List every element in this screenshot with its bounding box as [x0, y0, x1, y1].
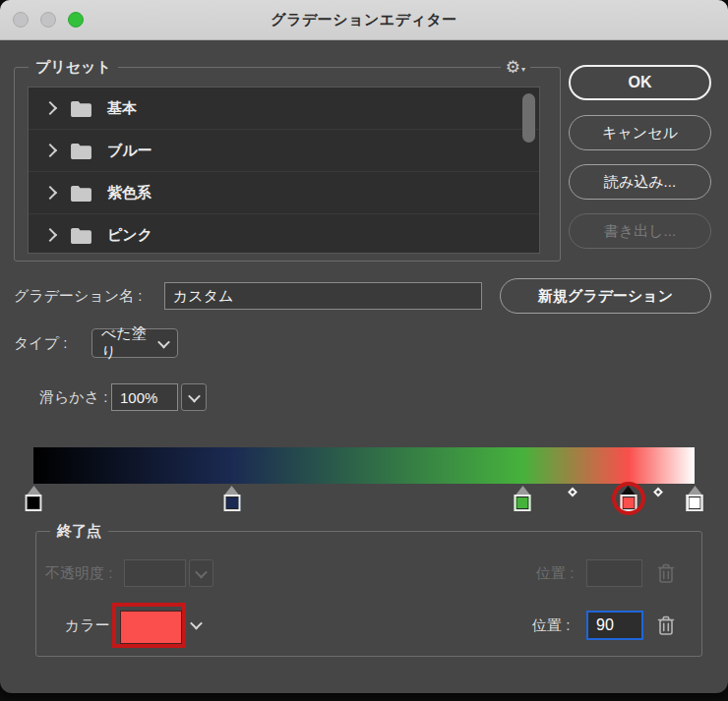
- chevron-right-icon[interactable]: [43, 186, 57, 200]
- position-input[interactable]: [586, 611, 643, 640]
- chevron-right-icon[interactable]: [43, 228, 57, 242]
- titlebar[interactable]: グラデーションエディター: [0, 0, 728, 40]
- stop-color-swatch: [620, 495, 637, 511]
- folder-icon: [70, 184, 92, 203]
- stop-color-swatch: [687, 495, 703, 511]
- endpoint-color-swatch[interactable]: [120, 611, 182, 644]
- chevron-down-icon[interactable]: [190, 617, 203, 630]
- preset-folder-label: ブルー: [107, 142, 152, 160]
- chevron-down-icon: [188, 389, 201, 402]
- chevron-down-icon: [157, 335, 170, 348]
- chevron-down-icon: ▾: [521, 63, 525, 77]
- smoothness-dropdown-button[interactable]: [181, 383, 207, 411]
- opacity-dropdown-button: [189, 559, 213, 587]
- folder-icon: [70, 99, 92, 118]
- delete-color-stop-icon[interactable]: [654, 613, 678, 638]
- load-button[interactable]: 読み込み...: [569, 164, 711, 200]
- type-value: べた塗り: [101, 324, 151, 362]
- presets-menu-button[interactable]: ⚙▾: [501, 58, 530, 77]
- smoothness-input[interactable]: [111, 383, 178, 411]
- opacity-input: [124, 559, 186, 587]
- scrollbar-thumb[interactable]: [522, 93, 535, 143]
- preset-list: 基本 ブルー 紫色系 ピンク: [28, 87, 540, 254]
- opacity-label: 不透明度 :: [45, 559, 112, 587]
- endpoint-group: 終了点 不透明度 : 位置 : カラー 位置 :: [35, 531, 702, 657]
- stop-arrow-icon: [516, 486, 529, 495]
- preset-folder-label: 紫色系: [107, 184, 152, 203]
- preset-folder-label: 基本: [107, 99, 137, 118]
- gradient-stop[interactable]: [223, 486, 240, 511]
- gradient-stop[interactable]: [26, 486, 42, 511]
- annotation-highlight-rect: [112, 603, 186, 648]
- stop-arrow-icon: [27, 486, 40, 495]
- zoom-button[interactable]: [68, 12, 84, 28]
- presets-legend: プリセット: [29, 57, 118, 77]
- type-dropdown[interactable]: べた塗り: [91, 328, 178, 358]
- chevron-right-icon[interactable]: [43, 144, 57, 157]
- stop-arrow-icon: [225, 486, 239, 495]
- chevron-down-icon: [195, 565, 208, 578]
- delete-opacity-stop-icon: [654, 560, 678, 586]
- folder-icon: [70, 142, 92, 160]
- ok-button[interactable]: OK: [569, 65, 711, 100]
- stop-arrow-icon: [622, 486, 636, 495]
- gradient-stops-layer: [33, 484, 695, 517]
- preset-folder-basic[interactable]: 基本: [29, 88, 539, 130]
- presets-group: プリセット ⚙▾ 基本 ブルー: [14, 67, 561, 262]
- stop-color-swatch: [223, 495, 240, 511]
- gradient-bar[interactable]: [33, 447, 695, 484]
- smoothness-label: 滑らかさ :: [39, 383, 107, 411]
- gradient-stop[interactable]: [687, 486, 703, 511]
- minimize-button[interactable]: [40, 12, 56, 28]
- preset-folder-purples[interactable]: 紫色系: [29, 172, 539, 214]
- color-label: カラー: [65, 611, 110, 640]
- preset-folder-pinks[interactable]: ピンク: [29, 214, 539, 254]
- new-gradient-button[interactable]: 新規グラデーション: [500, 278, 711, 314]
- midpoint-diamond-icon[interactable]: [568, 488, 577, 497]
- opacity-position-input: [586, 559, 642, 587]
- preset-folder-blues[interactable]: ブルー: [29, 130, 539, 172]
- preset-folder-label: ピンク: [107, 226, 152, 245]
- gradient-stop[interactable]: [515, 486, 531, 511]
- cancel-button[interactable]: キャンセル: [569, 115, 711, 150]
- opacity-position-label: 位置 :: [536, 559, 574, 587]
- stop-color-swatch: [26, 495, 42, 511]
- type-label: タイプ :: [14, 328, 67, 358]
- stop-color-swatch: [515, 495, 531, 511]
- window-title: グラデーションエディター: [271, 11, 457, 29]
- endpoint-legend: 終了点: [50, 521, 108, 541]
- chevron-right-icon[interactable]: [43, 101, 57, 115]
- gradient-editor-dialog: グラデーションエディター プリセット ⚙▾ 基本 ブルー: [0, 0, 728, 693]
- position-label: 位置 :: [532, 611, 570, 640]
- export-button: 書き出し...: [569, 213, 711, 249]
- gradient-stop[interactable]: [620, 486, 637, 511]
- midpoint-diamond-icon[interactable]: [653, 488, 663, 497]
- gradient-name-input[interactable]: [164, 282, 482, 310]
- close-button[interactable]: [13, 12, 29, 28]
- folder-icon: [70, 226, 92, 245]
- stop-arrow-icon: [688, 486, 701, 495]
- window-controls: [13, 12, 84, 28]
- gradient-name-label: グラデーション名 :: [14, 282, 142, 310]
- gear-icon: ⚙: [506, 58, 520, 77]
